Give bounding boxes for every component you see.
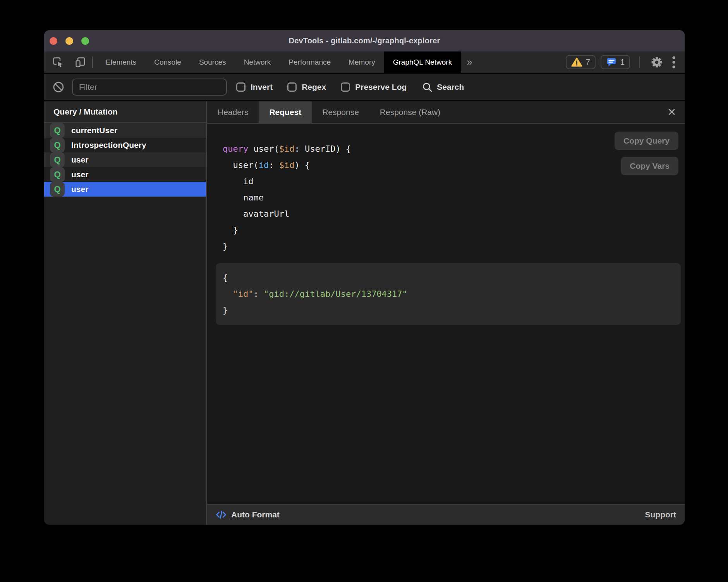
query-name-label: user — [71, 170, 88, 179]
devtools-tab-network[interactable]: Network — [235, 51, 280, 73]
devtools-window: DevTools - gitlab.com/-/graphql-explorer… — [44, 30, 685, 525]
code-line: name — [223, 190, 685, 206]
request-body: query user($id: UserID) { user(id: $id) … — [207, 124, 685, 504]
checkbox-invert[interactable] — [236, 82, 246, 92]
tab-request[interactable]: Request — [259, 101, 312, 123]
toolbar-separator — [639, 56, 640, 68]
toolbar-separator — [92, 56, 93, 68]
query-list: QcurrentUserQIntrospectionQueryQuserQuse… — [44, 123, 206, 197]
close-panel-icon[interactable]: ✕ — [667, 107, 676, 118]
issues-badge[interactable]: 1 — [601, 55, 630, 69]
query-type-badge: Q — [50, 138, 65, 152]
query-type-badge: Q — [50, 123, 65, 138]
window-title: DevTools - gitlab.com/-/graphql-explorer — [288, 36, 440, 45]
code-line: avatarUrl — [223, 206, 685, 222]
zoom-window-button[interactable] — [81, 37, 89, 45]
code-line: "id": "gid://gitlab/User/13704317" — [223, 286, 674, 302]
devtools-tab-graphql-network[interactable]: GraphQL Network — [384, 51, 461, 73]
detail-tab-bar: HeadersRequestResponseResponse (Raw) ✕ — [207, 101, 685, 124]
checkbox-preserve-log[interactable] — [341, 82, 350, 92]
title-bar: DevTools - gitlab.com/-/graphql-explorer — [44, 30, 685, 51]
minimize-window-button[interactable] — [65, 37, 73, 45]
search-toggle[interactable]: Search — [422, 82, 464, 92]
close-window-button[interactable] — [50, 37, 57, 45]
filter-option-regex[interactable]: Regex — [287, 82, 326, 92]
copy-buttons: Copy Query Copy Vars — [615, 132, 678, 175]
content-area: Query / Mutation QcurrentUserQIntrospect… — [44, 101, 685, 525]
query-type-badge: Q — [50, 167, 65, 182]
devtools-tab-sources[interactable]: Sources — [190, 51, 235, 73]
query-list-item-user-4[interactable]: Quser — [44, 182, 206, 197]
devtools-tab-bar: ElementsConsoleSourcesNetworkPerformance… — [44, 51, 685, 74]
issues-count: 1 — [620, 58, 625, 67]
devtools-tabs: ElementsConsoleSourcesNetworkPerformance… — [97, 51, 461, 73]
query-type-badge: Q — [50, 182, 65, 197]
variables-box: { "id": "gid://gitlab/User/13704317"} — [216, 263, 681, 325]
code-line: { — [223, 270, 674, 286]
more-tabs-button[interactable]: » — [461, 51, 478, 73]
devtools-tab-memory[interactable]: Memory — [340, 51, 384, 73]
request-detail-panel: HeadersRequestResponseResponse (Raw) ✕ q… — [207, 101, 685, 525]
code-format-icon[interactable] — [216, 510, 227, 520]
code-line: } — [223, 302, 674, 318]
query-list-item-currentuser-0[interactable]: QcurrentUser — [44, 123, 206, 138]
devtools-tab-performance[interactable]: Performance — [280, 51, 340, 73]
graphql-variables-code: { "id": "gid://gitlab/User/13704317"} — [223, 270, 674, 318]
message-icon — [606, 57, 617, 67]
panel-footer: Auto Format Support — [207, 504, 685, 525]
copy-query-button[interactable]: Copy Query — [615, 132, 678, 150]
copy-vars-button[interactable]: Copy Vars — [621, 157, 678, 175]
warning-icon — [571, 57, 582, 67]
code-line: id — [223, 173, 685, 190]
warnings-count: 7 — [586, 58, 590, 67]
code-line: } — [223, 222, 685, 238]
devtools-tab-console[interactable]: Console — [145, 51, 190, 73]
detail-tabs: HeadersRequestResponseResponse (Raw) — [207, 101, 451, 123]
checkbox-regex[interactable] — [287, 82, 297, 92]
warnings-badge[interactable]: 7 — [566, 55, 596, 69]
query-name-label: user — [71, 185, 88, 194]
checkbox-label: Preserve Log — [355, 82, 407, 92]
search-label: Search — [437, 82, 464, 92]
filter-bar: InvertRegexPreserve Log Search — [44, 74, 685, 101]
device-toolbar-icon[interactable] — [73, 56, 88, 68]
clear-block-icon[interactable] — [50, 81, 67, 93]
support-link[interactable]: Support — [645, 510, 676, 519]
devtools-tab-elements[interactable]: Elements — [97, 51, 145, 73]
query-name-label: user — [71, 155, 88, 164]
checkbox-label: Regex — [302, 82, 326, 92]
tab-response[interactable]: Response — [312, 101, 369, 123]
query-type-badge: Q — [50, 152, 65, 167]
search-icon — [422, 82, 433, 92]
kebab-menu-icon[interactable] — [670, 56, 678, 69]
filter-option-invert[interactable]: Invert — [236, 82, 273, 92]
query-list-panel: Query / Mutation QcurrentUserQIntrospect… — [44, 101, 207, 525]
tab-response-raw[interactable]: Response (Raw) — [369, 101, 451, 123]
checkbox-label: Invert — [251, 82, 273, 92]
filter-input[interactable] — [72, 79, 227, 96]
tab-headers[interactable]: Headers — [207, 101, 259, 123]
query-name-label: currentUser — [71, 126, 117, 135]
inspect-element-icon[interactable] — [50, 56, 66, 68]
filter-option-preserve-log[interactable]: Preserve Log — [341, 82, 407, 92]
code-line: } — [223, 238, 685, 255]
query-name-label: IntrospectionQuery — [71, 140, 146, 150]
query-list-header: Query / Mutation — [44, 101, 206, 123]
query-list-item-user-2[interactable]: Quser — [44, 152, 206, 167]
auto-format-label[interactable]: Auto Format — [231, 510, 280, 519]
filter-options: InvertRegexPreserve Log — [236, 82, 407, 92]
query-list-item-introspectionquery-1[interactable]: QIntrospectionQuery — [44, 138, 206, 152]
query-list-item-user-3[interactable]: Quser — [44, 167, 206, 182]
settings-gear-icon[interactable] — [649, 56, 665, 68]
traffic-lights — [44, 30, 89, 51]
